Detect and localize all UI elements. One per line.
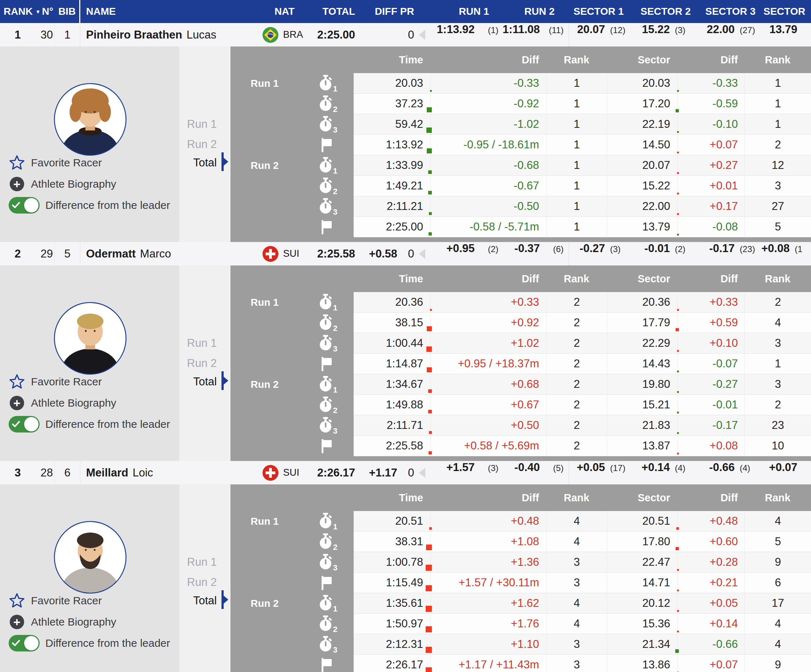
star-icon [8,373,25,390]
sector-diff-indicator-tick [677,371,679,372]
time-rank-cell: 1 [546,217,607,238]
tab-total[interactable]: Total [193,156,217,169]
stopwatch-icon: 2 [318,396,334,414]
tab-run1[interactable]: Run 1 [187,337,217,350]
time-diff-cell: +1.02 [430,333,546,354]
column-header-pr[interactable]: PR [397,0,414,23]
racer-firstname: Marco [140,248,171,260]
sector-time-row: Run 1 1 [231,292,811,312]
diff-indicator-tick [429,232,432,236]
diff-indicator-tick [427,326,432,331]
sector-time-value: 17.80 [642,535,670,548]
racer-summary-row[interactable]: 1 30 1 Pinheiro Braathen Lucas [0,23,811,46]
run-group-label [231,312,299,333]
racer-sector3-summary: -0.17 (23) [696,242,760,265]
difference-toggle-control[interactable]: Difference from the leader [8,416,170,433]
toggle-on-icon[interactable] [8,197,40,214]
diff-indicator-tick [426,647,432,653]
time-rank-cell: 1 [546,155,607,176]
favorite-racer-control[interactable]: Favorite Racer [8,592,170,609]
toggle-on-icon[interactable] [8,416,40,433]
column-header-bib[interactable]: BIB [55,0,80,23]
racer-rank: 1 [0,23,35,46]
column-header-run2[interactable]: RUN 2 [499,0,569,23]
athlete-biography-control[interactable]: + Athlete Biography [8,176,170,192]
sector-time-cell: 14.71 [607,573,677,593]
collapse-row-button[interactable] [414,242,430,265]
detail-view-tabs: Run 1 Run 2 Total [179,46,231,242]
tab-run2[interactable]: Run 2 [187,576,217,589]
racer-photo[interactable] [53,520,127,594]
run1-value: +1.57 [446,461,475,474]
time-rank-cell: 2 [546,395,607,415]
column-header-rank[interactable]: RANK ▼ [0,0,35,23]
plus-icon: + [10,615,24,629]
collapse-row-button[interactable] [414,461,430,484]
favorite-racer-control[interactable]: Favorite Racer [8,154,170,171]
tab-run2[interactable]: Run 2 [187,357,217,370]
racer-summary-row[interactable]: 2 29 5 Odermatt Marco SUI [0,242,811,265]
racer-photo[interactable] [53,301,127,375]
tab-total[interactable]: Total [193,594,217,607]
column-header-nat[interactable]: NAT [259,0,310,23]
difference-toggle-control[interactable]: Difference from the leader [8,197,170,214]
favorite-racer-label: Favorite Racer [31,595,102,607]
difference-toggle-control[interactable]: Difference from the leader [8,635,170,652]
time-rank-cell: 3 [546,573,607,593]
sector-time-row: Run 1 1 [231,73,811,93]
athlete-biography-control[interactable]: + Athlete Biography [8,614,170,630]
time-diff-cell: -0.92 [430,93,546,114]
column-header-diff[interactable]: DIFF [355,0,397,23]
racer-total-diff: +1.17 [355,461,397,484]
column-header-name[interactable]: NAME [80,0,259,23]
diff-indicator-tick [426,545,432,550]
stopwatch-icon: 3 [318,636,334,653]
racer-sector4-summary: 13.79 [760,23,811,46]
column-header-sector4[interactable]: SECTOR [760,0,811,23]
checkpoint-icon-cell: 3 [299,333,354,354]
column-header-total[interactable]: TOTAL [310,0,355,23]
elapsed-time-cell: 1:35.61 [354,593,430,614]
athlete-biography-control[interactable]: + Athlete Biography [8,395,170,411]
elapsed-time-value: 1:15.49 [386,576,423,589]
column-header-sector1[interactable]: SECTOR 1 [569,0,631,23]
column-header-sector2[interactable]: SECTOR 2 [631,0,696,23]
tab-run1[interactable]: Run 1 [187,118,217,131]
diff-indicator-tick [430,309,432,311]
favorite-racer-control[interactable]: Favorite Racer [8,373,170,390]
toggle-on-icon[interactable] [8,635,40,652]
tab-run1[interactable]: Run 1 [187,556,217,568]
sector-rank-cell: 5 [744,217,811,238]
racer-nationality: SUI [259,461,310,484]
time-diff-cell: -0.95 / -18.61m [430,135,546,155]
racer-detail-panel: Favorite Racer + Athlete Biography Diffe… [0,265,811,461]
time-rank-cell: 1 [546,135,607,155]
run-group-label [231,655,299,672]
sector-time-value: 22.47 [642,556,670,568]
stopwatch-icon: 3 [318,553,334,572]
time-rank-cell: 4 [546,593,607,614]
racer-photo[interactable] [53,83,127,156]
sector-diff-cell: -0.08 [677,217,744,238]
collapse-row-button[interactable] [414,23,430,46]
elapsed-time-cell: 1:14.87 [354,354,430,374]
tab-total[interactable]: Total [193,375,217,388]
checkpoint-icon-cell: 1 [299,374,354,395]
tab-run2[interactable]: Run 2 [187,138,217,151]
diff-indicator-tick [427,148,432,153]
sector2-value: 15.22 [642,23,670,36]
sector-time-value: 14.43 [642,357,670,370]
run-group-label [231,196,299,217]
nationality-code: SUI [283,248,299,259]
column-header-number[interactable]: N° [35,0,55,23]
column-header-sector3[interactable]: SECTOR 3 [696,0,760,23]
sector-diff-cell: +0.48 [677,511,744,531]
elapsed-time-cell: 2:11.21 [354,196,430,217]
column-header-run1[interactable]: RUN 1 [430,0,499,23]
sector-time-cell: 22.00 [607,196,677,217]
run-group-label [231,135,299,155]
racer-summary-row[interactable]: 3 28 6 Meillard Loic SUI [0,461,811,484]
sector-diff-cell: +0.21 [677,573,744,593]
elapsed-time-value: 1:50.97 [386,617,423,630]
racer-sector1-summary: 20.07 (12) [569,23,631,46]
